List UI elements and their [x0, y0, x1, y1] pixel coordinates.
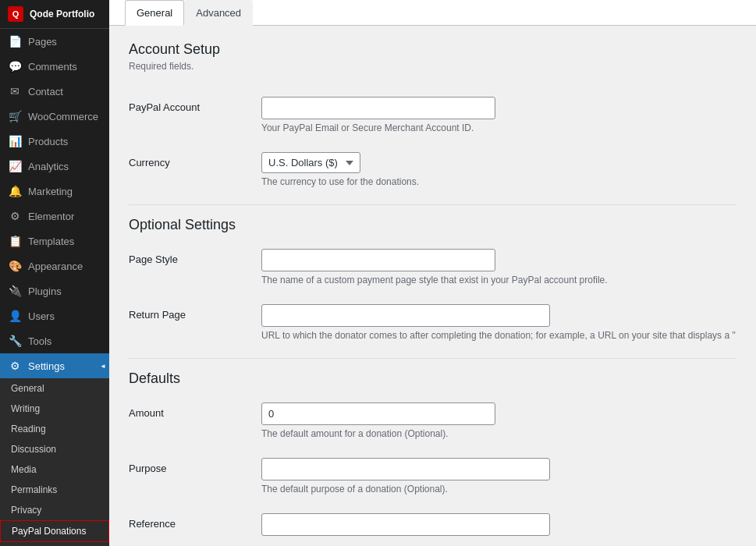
marketing-icon: 🔔	[8, 185, 22, 197]
logo-icon: Q	[8, 6, 23, 22]
sidebar-item-analytics[interactable]: 📈 Analytics	[0, 154, 109, 179]
paypal-account-row: PayPal Account Your PayPal Email or Secu…	[129, 87, 736, 143]
logo-label: Qode Portfolio	[30, 9, 94, 20]
optional-settings-table: Page Style The name of a custom payment …	[129, 239, 736, 350]
sidebar-item-pages[interactable]: 📄 Pages	[0, 29, 109, 54]
return-page-desc: URL to which the donator comes to after …	[261, 330, 736, 341]
tabs-bar: General Advanced	[109, 0, 756, 26]
account-setup-title: Account Setup	[129, 41, 736, 58]
sidebar-label-pages: Pages	[28, 36, 57, 48]
comments-icon: 💬	[8, 60, 22, 73]
amount-label: Amount	[129, 407, 164, 419]
defaults-title: Defaults	[129, 370, 736, 387]
elementor-icon: ⚙	[8, 210, 22, 222]
sidebar-item-settings[interactable]: ⚙ Settings	[0, 353, 109, 378]
sidebar-item-tools[interactable]: 🔧 Tools	[0, 328, 109, 353]
sidebar-label-templates: Templates	[28, 236, 74, 247]
sidebar-item-comments[interactable]: 💬 Comments	[0, 54, 109, 79]
sidebar-label-elementor: Elementor	[28, 211, 74, 222]
page-style-row: Page Style The name of a custom payment …	[129, 239, 736, 295]
currency-select[interactable]: U.S. Dollars ($)	[261, 152, 360, 173]
products-icon: 📊	[8, 135, 22, 147]
sidebar-item-appearance[interactable]: 🎨 Appearance	[0, 254, 109, 278]
tab-general[interactable]: General	[125, 0, 184, 26]
settings-submenu: General Writing Reading Discussion Media…	[0, 378, 109, 546]
sidebar-label-users: Users	[28, 310, 55, 322]
sidebar-label-contact: Contact	[28, 86, 63, 98]
currency-row: Currency U.S. Dollars ($) The currency t…	[129, 143, 736, 197]
sidebar-label-settings: Settings	[28, 360, 65, 372]
purpose-input[interactable]	[261, 458, 550, 480]
main-content: General Advanced Account Setup Required …	[109, 0, 756, 546]
sidebar-item-products[interactable]: 📊 Products	[0, 129, 109, 154]
submenu-privacy[interactable]: Privacy	[0, 500, 109, 520]
woocommerce-icon: 🛒	[8, 110, 22, 122]
sidebar-label-analytics: Analytics	[28, 161, 69, 172]
contact-icon: ✉	[8, 85, 22, 98]
submenu-permalinks[interactable]: Permalinks	[0, 480, 109, 500]
content-body: Account Setup Required fields. PayPal Ac…	[109, 26, 756, 546]
purpose-row: Purpose The default purpose of a donatio…	[129, 448, 736, 504]
appearance-icon: 🎨	[8, 260, 22, 272]
amount-input[interactable]	[261, 402, 495, 425]
reference-input[interactable]	[261, 513, 550, 536]
paypal-account-label: PayPal Account	[129, 101, 200, 113]
pages-icon: 📄	[8, 35, 22, 48]
sidebar-item-plugins[interactable]: 🔌 Plugins	[0, 278, 109, 303]
sidebar-item-marketing[interactable]: 🔔 Marketing	[0, 179, 109, 204]
sidebar-item-woocommerce[interactable]: 🛒 WooCommerce	[0, 104, 109, 129]
sidebar-item-templates[interactable]: 📋 Templates	[0, 229, 109, 254]
sidebar-item-users[interactable]: 👤 Users	[0, 303, 109, 328]
page-style-input[interactable]	[261, 249, 495, 271]
templates-icon: 📋	[8, 235, 22, 247]
sidebar-item-contact[interactable]: ✉ Contact	[0, 79, 109, 104]
return-page-row: Return Page URL to which the donator com…	[129, 295, 736, 350]
amount-desc: The default amount for a donation (Optio…	[261, 428, 736, 439]
sidebar: Q Qode Portfolio 📄 Pages 💬 Comments ✉ Co…	[0, 0, 109, 546]
sidebar-label-tools: Tools	[28, 335, 51, 347]
submenu-writing[interactable]: Writing	[0, 399, 109, 419]
return-page-input[interactable]	[261, 304, 550, 327]
currency-label: Currency	[129, 157, 170, 168]
divider-2	[129, 358, 736, 359]
page-style-desc: The name of a custom payment page style …	[261, 275, 736, 285]
amount-row: Amount The default amount for a donation…	[129, 393, 736, 448]
purpose-desc: The default purpose of a donation (Optio…	[261, 484, 736, 495]
analytics-icon: 📈	[8, 160, 22, 172]
return-page-label: Return Page	[129, 309, 186, 321]
submenu-optimize-google-fonts[interactable]: Optimize Google Fonts	[0, 542, 109, 546]
purpose-label: Purpose	[129, 463, 166, 474]
currency-desc: The currency to use for the donations.	[261, 176, 736, 187]
sidebar-label-plugins: Plugins	[28, 285, 62, 297]
divider-1	[129, 204, 736, 205]
reference-row: Reference	[129, 504, 736, 545]
tools-icon: 🔧	[8, 335, 22, 347]
page-style-label: Page Style	[129, 254, 178, 265]
submenu-media[interactable]: Media	[0, 459, 109, 480]
tab-advanced[interactable]: Advanced	[184, 0, 253, 26]
sidebar-label-appearance: Appearance	[28, 261, 83, 272]
sidebar-label-comments: Comments	[28, 61, 77, 73]
sidebar-label-marketing: Marketing	[28, 186, 73, 197]
submenu-paypal-donations[interactable]: PayPal Donations	[0, 520, 109, 542]
defaults-table: Amount The default amount for a donation…	[129, 393, 736, 545]
paypal-account-input[interactable]	[261, 97, 495, 119]
submenu-general[interactable]: General	[0, 378, 109, 399]
reference-label: Reference	[129, 518, 176, 530]
sidebar-logo[interactable]: Q Qode Portfolio	[0, 0, 109, 29]
sidebar-item-elementor[interactable]: ⚙ Elementor	[0, 204, 109, 229]
plugins-icon: 🔌	[8, 285, 22, 297]
required-note: Required fields.	[129, 61, 736, 72]
optional-settings-title: Optional Settings	[129, 217, 736, 233]
account-setup-table: PayPal Account Your PayPal Email or Secu…	[129, 87, 736, 197]
users-icon: 👤	[8, 310, 22, 322]
paypal-account-desc: Your PayPal Email or Secure Merchant Acc…	[261, 122, 736, 133]
sidebar-label-woocommerce: WooCommerce	[28, 111, 98, 122]
submenu-discussion[interactable]: Discussion	[0, 439, 109, 459]
settings-icon: ⚙	[8, 360, 22, 372]
submenu-reading[interactable]: Reading	[0, 419, 109, 439]
sidebar-label-products: Products	[28, 136, 68, 147]
